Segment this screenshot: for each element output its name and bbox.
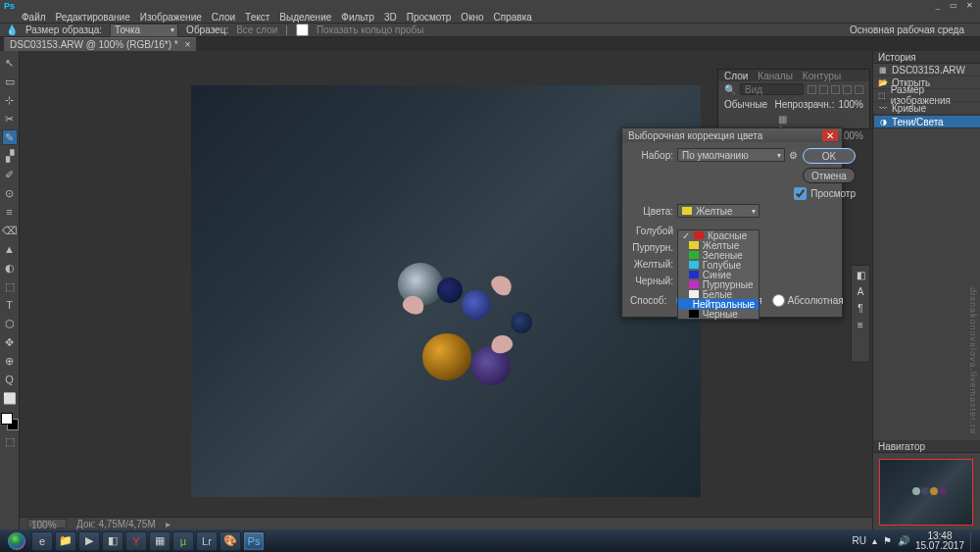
quickmask-toggle[interactable]: ⬜ [2,390,18,406]
gear-icon[interactable]: ⚙ [789,150,799,160]
color-option-red[interactable]: ✓Красные [678,230,759,240]
task-lightroom[interactable]: Lr [196,531,218,551]
filter-smart-icon[interactable] [855,85,863,94]
color-option-magenta[interactable]: Пурпурные [678,279,759,289]
task-ie[interactable]: e [31,531,53,551]
dodge-tool[interactable]: ◐ [2,260,18,276]
preset-select[interactable]: По умолчанию▾ [677,148,785,162]
eyedropper-tool[interactable]: ✎ [2,129,18,145]
start-button[interactable] [4,531,29,551]
color-option-cyan[interactable]: Голубые [678,260,759,270]
maximize-button[interactable]: ▭ [949,1,958,9]
marquee-tool[interactable]: ▭ [2,74,18,89]
shape-tool[interactable]: ✥ [2,334,18,350]
workspace-label[interactable]: Основная рабочая среда [850,25,974,35]
show-desktop[interactable] [970,531,976,551]
tray-clock[interactable]: 13:4815.07.2017 [915,531,964,551]
screen-mode[interactable]: ⬚ [2,433,18,449]
panel-icon-1[interactable]: ◧ [857,270,865,280]
sample-size-select[interactable]: Точка▾ [110,24,178,37]
zoom-tool[interactable]: Q [2,372,18,387]
panel-icon-3[interactable]: ¶ [858,303,862,314]
task-photoshop[interactable]: Ps [243,531,265,551]
crop-tool[interactable]: ✂ [2,111,18,126]
move-tool[interactable]: ↖ [2,55,18,71]
color-swatch[interactable] [1,413,19,430]
tray-flag-icon[interactable]: ▴ [872,535,877,546]
navigator-panel-header[interactable]: Навигатор [873,440,980,453]
tray-sound-icon[interactable]: 🔊 [898,535,909,546]
color-option-neutral[interactable]: Нейтральные [678,299,759,309]
menu-layer[interactable]: Слои [212,12,235,23]
pen-tool[interactable]: ⬚ [2,278,18,294]
tab-layers[interactable]: Слои [724,71,748,81]
menu-image[interactable]: Изображение [140,12,202,23]
navigator-thumbnail[interactable] [879,459,973,526]
document-tab[interactable]: DSC03153.ARW @ 100% (RGB/16*) * × [4,37,196,51]
minimize-button[interactable]: _ [933,1,943,9]
history-step-imagesize[interactable]: ⬚Размер изображения [873,89,980,102]
show-ring-checkbox[interactable] [296,24,309,36]
menu-edit[interactable]: Редактирование [56,12,130,23]
ok-button[interactable]: OK [803,148,856,164]
document-tab-close[interactable]: × [185,39,191,50]
menu-file[interactable]: Файл [22,12,46,23]
menu-type[interactable]: Текст [245,12,270,23]
color-option-blue[interactable]: Синие [678,270,759,279]
colors-select[interactable]: Желтые▾ [677,204,760,218]
filter-pixel-icon[interactable] [808,85,816,94]
color-option-yellow[interactable]: Желтые [678,240,759,250]
history-step-curves[interactable]: 〰Кривые [873,102,980,115]
tray-network-icon[interactable]: ⚑ [883,535,892,546]
task-torrent[interactable]: µ [172,531,194,551]
lasso-tool[interactable]: ⊹ [2,92,18,108]
menu-help[interactable]: Справка [494,12,532,23]
chevron-right-icon[interactable]: ▸ [166,519,171,529]
blend-mode[interactable]: Обычные [724,99,767,110]
filter-shape-icon[interactable] [843,85,852,94]
panel-icon-4[interactable]: ≡ [858,320,863,330]
menu-view[interactable]: Просмотр [407,12,452,23]
task-explorer[interactable]: 📁 [55,531,76,551]
type-tool[interactable]: T [2,297,18,313]
sample-source-label: Образец: [186,25,228,35]
eraser-tool[interactable]: ⌫ [2,223,18,238]
filter-adj-icon[interactable] [819,85,828,94]
dialog-titlebar[interactable]: Выборочная коррекция цвета ✕ [622,128,842,142]
healing-tool[interactable]: ▞ [2,148,18,164]
gradient-tool[interactable]: ▲ [2,241,18,257]
preview-checkbox[interactable] [794,187,807,200]
menu-3d[interactable]: 3D [384,12,397,23]
filter-text-icon[interactable] [831,85,840,94]
history-panel-header[interactable]: История [873,51,980,64]
opacity-value[interactable]: 100% [838,99,863,110]
task-yandex[interactable]: Y [125,531,147,551]
zoom-input[interactable]: 100% [27,519,67,528]
menu-select[interactable]: Выделение [279,12,331,23]
close-button[interactable]: ✕ [964,1,974,9]
history-step-shadows[interactable]: ◑Тени/Света [873,115,980,128]
history-brush-tool[interactable]: ≡ [2,204,18,220]
stamp-tool[interactable]: ⊙ [2,185,18,201]
color-option-black[interactable]: Черные [678,309,759,319]
color-option-white[interactable]: Белые [678,289,759,299]
task-notes[interactable]: ▦ [149,531,171,551]
tab-channels[interactable]: Каналы [758,71,793,81]
menu-filter[interactable]: Фильтр [341,12,374,23]
menu-window[interactable]: Окно [461,12,483,23]
tab-paths[interactable]: Контуры [803,71,841,81]
tray-lang[interactable]: RU [852,535,865,546]
hand-tool[interactable]: ⊕ [2,353,18,369]
history-snapshot[interactable]: ▦ DSC03153.ARW [873,64,980,76]
path-tool[interactable]: ⬡ [2,316,18,331]
layer-filter-input[interactable]: Вид [740,83,804,95]
task-paint[interactable]: 🎨 [220,531,241,551]
brush-tool[interactable]: ✐ [2,167,18,182]
method-absolute[interactable]: Абсолютная [772,294,844,307]
task-media[interactable]: ▶ [78,531,100,551]
cancel-button[interactable]: Отмена [803,168,856,183]
panel-icon-2[interactable]: A [858,286,864,297]
dialog-close-button[interactable]: ✕ [822,129,838,141]
color-option-green[interactable]: Зеленые [678,250,759,260]
task-app1[interactable]: ◧ [102,531,123,551]
